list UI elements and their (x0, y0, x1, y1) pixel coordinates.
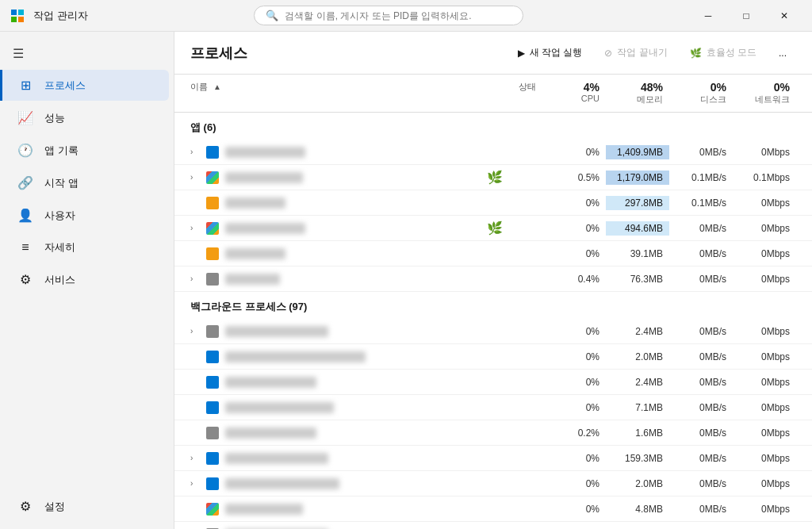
search-icon: 🔍 (266, 10, 278, 21)
process-icon (206, 401, 219, 414)
settings-icon: ⚙ (17, 499, 33, 514)
sidebar-item-details[interactable]: ≡ 자세히 (5, 232, 169, 263)
process-network: 0.1Mbps (733, 171, 796, 185)
expand-arrow[interactable]: › (190, 224, 200, 232)
process-name-cell: ›●●●●● ●●●●●●●● ●●●●●● (190, 477, 447, 490)
process-status-cell (447, 508, 542, 511)
sidebar-item-services[interactable]: ⚙ 서비스 (5, 264, 169, 295)
table-row[interactable]: ●●●●●● ●●●●●● ●●●0.2%1.6MB0MB/s0Mbps (174, 420, 812, 446)
table-row[interactable]: ›●●●● ●●● ●●●●●●0%1,409.9MB0MB/s0Mbps (174, 140, 812, 165)
process-status-cell (447, 406, 542, 409)
table-row[interactable]: ●●●●● ●●●●●●●●0%4.8MB0MB/s0Mbps (174, 496, 812, 522)
maximize-button[interactable]: □ (728, 3, 764, 29)
users-icon: 👤 (17, 208, 33, 223)
table-row[interactable]: ●●●●●●● ●●●0%297.8MB0.1MB/s0Mbps (174, 190, 812, 216)
col-header-network[interactable]: 0% 네트워크 (733, 79, 796, 107)
process-status-cell (447, 201, 542, 205)
process-cpu: 0% (542, 324, 606, 339)
process-status-cell (447, 151, 542, 154)
table-row[interactable]: ●●●● ●●●●●●●● ●●●●●0%11.0MB0MB/s0Mbps (174, 522, 812, 529)
search-bar[interactable]: 🔍 (254, 6, 523, 25)
memory-pct: 48% (612, 81, 663, 94)
expand-arrow[interactable]: › (190, 454, 200, 462)
sidebar-label-services: 서비스 (44, 273, 75, 287)
details-icon: ≡ (17, 240, 33, 255)
col-header-disk[interactable]: 0% 디스크 (669, 79, 733, 107)
title-bar-controls: ─ □ ✕ (690, 3, 802, 29)
close-button[interactable]: ✕ (766, 3, 802, 29)
sidebar-item-settings[interactable]: ⚙ 설정 (5, 491, 169, 522)
new-task-label: 새 작업 실행 (530, 46, 583, 59)
status-label: 상태 (519, 82, 536, 91)
processes-icon: ⊞ (17, 78, 33, 93)
process-cpu: 0% (542, 350, 606, 364)
process-memory: 7.1MB (606, 401, 669, 415)
efficiency-label: 효율성 모드 (707, 46, 756, 59)
expand-arrow[interactable]: › (190, 274, 200, 283)
process-status-cell (447, 381, 542, 384)
svg-rect-2 (11, 17, 17, 22)
process-network: 0Mbps (733, 196, 796, 210)
end-task-button[interactable]: ⊘ 작업 끝내기 (595, 41, 676, 64)
process-status-cell (447, 355, 542, 358)
memory-label: 메모리 (637, 94, 663, 104)
process-cpu: 0% (542, 401, 606, 415)
efficiency-mode-button[interactable]: 🌿 효율성 모드 (680, 41, 766, 64)
network-label: 네트워크 (755, 94, 790, 104)
table-row[interactable]: ›●●● ●●●●●●0.4%76.3MB0MB/s0Mbps (174, 266, 812, 292)
table-row[interactable]: ›●●●●● ●●●●●●●● ●●●●●●0%2.0MB0MB/s0Mbps (174, 471, 812, 496)
expand-arrow[interactable]: › (190, 148, 200, 156)
hamburger-menu[interactable]: ☰ (0, 38, 174, 69)
process-name-cell: ›●●●●● ●●● ●●●●●●●●● (190, 452, 447, 465)
process-network: 0Mbps (733, 477, 796, 491)
process-cpu: 0% (542, 477, 606, 491)
process-memory: 2.0MB (606, 477, 669, 491)
startup-icon: 🔗 (17, 175, 33, 190)
process-disk: 0MB/s (669, 145, 733, 159)
process-cpu: 0% (542, 451, 606, 466)
app-history-icon: 🕐 (17, 143, 33, 158)
col-header-cpu[interactable]: 4% CPU (542, 79, 606, 107)
minimize-button[interactable]: ─ (690, 3, 726, 29)
expand-arrow[interactable]: › (190, 173, 200, 182)
expand-arrow[interactable]: › (190, 327, 200, 335)
process-status-cell (447, 278, 542, 281)
search-input[interactable] (285, 10, 511, 21)
svg-rect-3 (18, 17, 24, 22)
sidebar-item-performance[interactable]: 📈 성능 (5, 102, 169, 133)
process-name-text: ●●●●●●● ●●● (225, 197, 285, 209)
table-row[interactable]: ●●●● ●●●●●●0%39.1MB0MB/s0Mbps (174, 241, 812, 266)
process-icon (206, 325, 219, 338)
table-container[interactable]: 이름 ▲ 상태 4% CPU 48% 메모리 0% 디스크 (174, 75, 812, 529)
services-icon: ⚙ (17, 272, 33, 287)
sidebar-item-startup[interactable]: 🔗 시작 앱 (5, 167, 169, 198)
table-row[interactable]: ›●●●●● ●●● ●●●●●●●●●0%159.3MB0MB/s0Mbps (174, 446, 812, 471)
process-memory: 2.4MB (606, 324, 669, 339)
header-actions: ▶ 새 작업 실행 ⊘ 작업 끝내기 🌿 효율성 모드 ... (508, 41, 796, 64)
col-header-memory[interactable]: 48% 메모리 (606, 79, 669, 107)
sidebar-item-users[interactable]: 👤 사용자 (5, 200, 169, 231)
expand-arrow[interactable]: › (190, 479, 200, 488)
process-cpu: 0% (542, 145, 606, 159)
process-cpu: 0% (542, 221, 606, 236)
content-area: 프로세스 ▶ 새 작업 실행 ⊘ 작업 끝내기 🌿 효율성 모드 ... (174, 32, 812, 529)
process-disk: 0MB/s (669, 324, 733, 339)
more-button[interactable]: ... (769, 43, 796, 63)
col-header-name[interactable]: 이름 ▲ (190, 79, 447, 107)
table-row[interactable]: ›●●● ●●●● ●●●●●●🌿0%494.6MB0MB/s0Mbps (174, 216, 812, 241)
table-row[interactable]: ›●●●●● ●●● ●●●●●●●●●0%2.4MB0MB/s0Mbps (174, 319, 812, 344)
section-header-0: 앱 (6) (174, 113, 812, 140)
new-task-button[interactable]: ▶ 새 작업 실행 (508, 41, 592, 64)
table-body: 앱 (6)›●●●● ●●● ●●●●●●0%1,409.9MB0MB/s0Mb… (174, 113, 812, 529)
table-row[interactable]: ●●●● ●●●●● ●●●●●●0%2.4MB0MB/s0Mbps (174, 370, 812, 395)
title-bar: 작업 관리자 🔍 ─ □ ✕ (0, 0, 812, 32)
table-row[interactable]: ●●●●● ●●● ●●●●●●●●● ●●●●●●0%2.0MB0MB/s0M… (174, 344, 812, 370)
sidebar-item-app-history[interactable]: 🕐 앱 기록 (5, 135, 169, 166)
process-status-cell (447, 330, 542, 333)
process-name-text: ●●●● ●●●●● ●●●●●● (225, 377, 316, 388)
sidebar-item-processes[interactable]: ⊞ 프로세스 (0, 70, 169, 101)
process-cpu: 0% (542, 196, 606, 210)
table-row[interactable]: ●●●●●●●● ●●● ●●●●●●●0%7.1MB0MB/s0Mbps (174, 395, 812, 420)
table-row[interactable]: ›●●●● ●●●●●●●●●🌿0.5%1,179.0MB0.1MB/s0.1M… (174, 165, 812, 190)
process-name-text: ●●●● ●●●●●● (225, 248, 285, 259)
